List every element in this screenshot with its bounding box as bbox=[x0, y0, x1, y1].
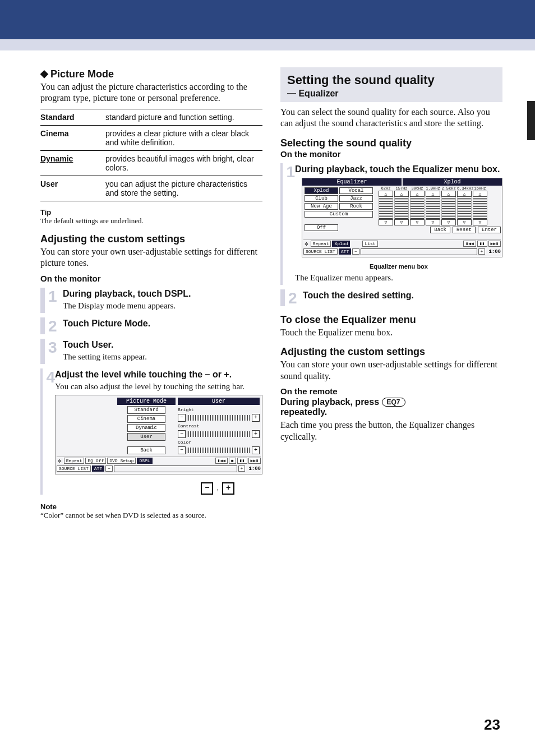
eq-preset-rock[interactable]: Rock bbox=[339, 203, 373, 210]
step-number: 3 bbox=[48, 339, 63, 364]
prev-icon[interactable]: ▮◀◀ bbox=[215, 458, 228, 464]
osd-time: 1:00 bbox=[488, 249, 501, 255]
eq-preset-club[interactable]: Club bbox=[305, 195, 338, 202]
plus-icon[interactable]: + bbox=[252, 414, 260, 422]
slider-bright[interactable]: − + bbox=[178, 414, 260, 422]
eq-preset-xplod[interactable]: Xplod bbox=[305, 187, 338, 194]
up-arrow-icon[interactable]: △ bbox=[410, 191, 425, 197]
slider-label-contrast: Contrast bbox=[178, 423, 260, 428]
plus-icon: + bbox=[222, 482, 234, 495]
osd-btn-cinema[interactable]: Cinema bbox=[127, 415, 165, 423]
eq-band[interactable] bbox=[473, 197, 487, 219]
chip-dvdsetup[interactable]: DVD Setup bbox=[107, 458, 136, 464]
up-arrow-icon[interactable]: △ bbox=[473, 191, 487, 197]
down-arrow-icon[interactable]: ▽ bbox=[441, 219, 456, 225]
minus-icon[interactable]: − bbox=[178, 446, 186, 454]
chip-source[interactable]: SOURCE LIST bbox=[303, 248, 338, 255]
adj-heading: Adjusting the custom settings bbox=[280, 346, 502, 358]
page-content: ◆Picture Mode You can adjust the picture… bbox=[0, 50, 535, 525]
chip-list[interactable]: List bbox=[362, 241, 377, 247]
eq-preset-vocal[interactable]: Vocal bbox=[339, 187, 373, 194]
down-arrow-icon[interactable]: ▽ bbox=[410, 219, 425, 225]
eq-band[interactable] bbox=[457, 197, 472, 219]
up-arrow-icon[interactable]: △ bbox=[379, 191, 393, 197]
slider-contrast[interactable]: − + bbox=[178, 430, 260, 438]
mode-desc: standard picture and function setting. bbox=[105, 109, 262, 125]
close-heading: To close the Equalizer menu bbox=[280, 314, 502, 326]
gear-icon[interactable]: ✲ bbox=[305, 240, 308, 247]
step-desc: You can also adjust the level by touchin… bbox=[55, 382, 262, 391]
osd-btn-standard[interactable]: Standard bbox=[127, 406, 165, 414]
up-arrow-icon[interactable]: △ bbox=[426, 191, 440, 197]
plus-minus-callout: − , + bbox=[55, 482, 262, 495]
eq-back-button[interactable]: Back bbox=[430, 227, 450, 233]
step-desc: The Equalizer menu appears. bbox=[295, 273, 502, 283]
osd-btn-back[interactable]: Back bbox=[127, 446, 165, 454]
eq-enter-button[interactable]: Enter bbox=[478, 227, 501, 233]
plus-icon[interactable]: + bbox=[252, 430, 260, 438]
eq-preset-custom[interactable]: Custom bbox=[305, 211, 373, 218]
freq-label: 157Hz bbox=[394, 186, 409, 191]
vol-plus-icon[interactable]: + bbox=[478, 248, 486, 255]
chip-repeat[interactable]: Repeat bbox=[311, 241, 331, 247]
slider-track[interactable] bbox=[187, 448, 251, 453]
osd-btn-user[interactable]: User bbox=[127, 433, 165, 441]
slider-color[interactable]: − + bbox=[178, 446, 260, 454]
minus-icon[interactable]: − bbox=[178, 430, 186, 438]
stop-icon[interactable]: ■ bbox=[229, 458, 236, 464]
chip-repeat[interactable]: Repeat bbox=[64, 458, 85, 464]
picture-mode-table: Standard standard picture and function s… bbox=[40, 109, 262, 201]
up-arrow-icon[interactable]: △ bbox=[457, 191, 472, 197]
step-title: Adjust the level while touching the – or… bbox=[55, 370, 262, 380]
step-3: 3 Touch User. The setting items appear. bbox=[40, 339, 262, 364]
chip-xplod[interactable]: Xplod bbox=[332, 241, 350, 247]
chip-eqoff[interactable]: EQ Off bbox=[85, 458, 106, 464]
next-icon[interactable]: ▶▶▮ bbox=[248, 458, 261, 464]
down-arrow-icon[interactable]: ▽ bbox=[457, 219, 472, 225]
vol-minus-icon[interactable]: − bbox=[352, 248, 359, 255]
eq-band[interactable] bbox=[394, 197, 409, 219]
step-title: Touch the desired setting. bbox=[303, 291, 502, 301]
section-tab bbox=[527, 101, 535, 140]
prev-icon[interactable]: ▮◀◀ bbox=[463, 241, 476, 247]
vol-minus-icon[interactable]: − bbox=[105, 465, 113, 472]
chip-att[interactable]: ATT bbox=[339, 248, 351, 255]
up-arrow-icon[interactable]: △ bbox=[441, 191, 456, 197]
eq-band[interactable] bbox=[410, 197, 425, 219]
equalizer-osd: Equalizer Xplod Xplod Vocal Club Jazz Ne… bbox=[302, 178, 502, 257]
pause-icon[interactable]: ▮▮ bbox=[477, 241, 487, 247]
down-arrow-icon[interactable]: ▽ bbox=[379, 219, 393, 225]
table-row: Dynamic provides beautiful images with b… bbox=[40, 150, 262, 176]
next-icon[interactable]: ▶▶▮ bbox=[488, 241, 501, 247]
slider-track[interactable] bbox=[187, 431, 251, 437]
down-arrow-icon[interactable]: ▽ bbox=[394, 219, 409, 225]
eq-off-button[interactable]: Off bbox=[305, 224, 338, 231]
down-arrow-icon[interactable]: ▽ bbox=[426, 219, 440, 225]
eq-caption: Equalizer menu box bbox=[295, 263, 502, 270]
eq-band[interactable] bbox=[379, 197, 393, 219]
up-arrow-icon[interactable]: △ bbox=[394, 191, 409, 197]
volume-bar[interactable] bbox=[361, 248, 477, 255]
minus-icon[interactable]: − bbox=[178, 414, 186, 422]
eq-band[interactable] bbox=[441, 197, 456, 219]
table-row: User you can adjust the picture characte… bbox=[40, 176, 262, 201]
gear-icon[interactable]: ✲ bbox=[58, 457, 62, 464]
adjust-heading: Adjusting the custom settings bbox=[40, 233, 262, 245]
chip-att[interactable]: ATT bbox=[92, 465, 104, 472]
volume-bar[interactable] bbox=[114, 465, 237, 472]
osd-btn-dynamic[interactable]: Dynamic bbox=[127, 424, 165, 432]
eq-reset-button[interactable]: Reset bbox=[453, 227, 476, 233]
slider-track[interactable] bbox=[187, 415, 251, 421]
down-arrow-icon[interactable]: ▽ bbox=[473, 219, 487, 225]
chip-dspl[interactable]: DSPL bbox=[137, 458, 152, 464]
picture-mode-text: You can adjust the picture characteristi… bbox=[40, 81, 262, 104]
slider-label-color: Color bbox=[178, 440, 260, 445]
chip-source[interactable]: SOURCE LIST bbox=[57, 465, 91, 472]
eq-band[interactable] bbox=[426, 197, 440, 219]
vol-plus-icon[interactable]: + bbox=[238, 465, 246, 472]
eq-preset-jazz[interactable]: Jazz bbox=[339, 195, 373, 202]
step-desc: The Display mode menu appears. bbox=[63, 301, 262, 311]
plus-icon[interactable]: + bbox=[252, 446, 260, 454]
eq-preset-newage[interactable]: New Age bbox=[305, 203, 338, 210]
pause-icon[interactable]: ▮▮ bbox=[237, 458, 247, 464]
